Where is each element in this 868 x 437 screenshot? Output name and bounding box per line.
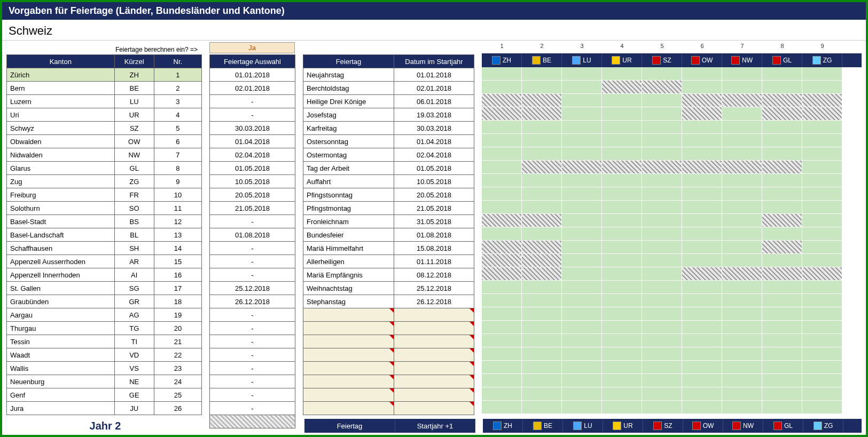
grid-cell-holiday[interactable] [642, 201, 682, 214]
auswahl-cell[interactable]: 01.01.2018 [210, 68, 295, 82]
grid-cell-holiday[interactable] [682, 307, 722, 321]
grid-cell-none[interactable] [762, 107, 802, 121]
grid-cell-holiday[interactable] [522, 374, 562, 387]
feiertag-row[interactable]: Ostermontag02.04.2018 [303, 148, 474, 162]
kanton-row[interactable]: UriUR4 [7, 108, 202, 122]
auswahl-cell[interactable]: - [210, 215, 295, 228]
grid-cell-none[interactable] [682, 267, 722, 281]
feiertag-row[interactable]: Pfingstmontag21.05.2018 [303, 202, 474, 215]
grid-cell-holiday[interactable] [522, 134, 562, 147]
grid-cell-holiday[interactable] [482, 361, 522, 374]
grid-cell-holiday[interactable] [762, 361, 802, 374]
grid-cell-holiday[interactable] [722, 107, 762, 121]
grid-cell-holiday[interactable] [682, 174, 722, 187]
grid-cell-holiday[interactable] [482, 281, 522, 294]
grid-cell-holiday[interactable] [802, 401, 842, 414]
grid-cell-holiday[interactable] [722, 241, 762, 254]
auswahl-cell[interactable]: - [210, 308, 295, 322]
grid-cell-holiday[interactable] [802, 361, 842, 374]
grid-cell-holiday[interactable] [562, 227, 602, 241]
grid-cell-none[interactable] [722, 267, 762, 281]
feiertag-row[interactable]: Neujahrstag01.01.2018 [303, 68, 474, 82]
grid-kanton-header[interactable]: BE [523, 419, 563, 433]
grid-cell-holiday[interactable] [682, 281, 722, 294]
grid-cell-holiday[interactable] [682, 294, 722, 307]
grid-cell-holiday[interactable] [682, 67, 722, 81]
kanton-row[interactable]: NidwaldenNW7 [7, 148, 202, 162]
grid-cell-holiday[interactable] [482, 374, 522, 387]
grid-cell-holiday[interactable] [482, 321, 522, 334]
grid-cell-none[interactable] [762, 94, 802, 107]
grid-cell-holiday[interactable] [602, 361, 642, 374]
grid-cell-holiday[interactable] [562, 201, 602, 214]
grid-cell-holiday[interactable] [722, 387, 762, 401]
grid-cell-holiday[interactable] [802, 161, 842, 174]
grid-cell-holiday[interactable] [642, 94, 682, 107]
grid-cell-holiday[interactable] [642, 401, 682, 414]
grid-cell-holiday[interactable] [562, 347, 602, 361]
grid-cell-holiday[interactable] [722, 121, 762, 134]
grid-cell-holiday[interactable] [682, 387, 722, 401]
kanton-row[interactable]: GlarusGL8 [7, 162, 202, 175]
grid-cell-holiday[interactable] [642, 107, 682, 121]
auswahl-cell[interactable]: 25.12.2018 [210, 282, 295, 295]
grid-cell-holiday[interactable] [722, 334, 762, 347]
grid-cell-holiday[interactable] [522, 81, 562, 94]
grid-cell-holiday[interactable] [722, 134, 762, 147]
grid-cell-holiday[interactable] [602, 347, 642, 361]
grid-cell-holiday[interactable] [482, 67, 522, 81]
grid-cell-holiday[interactable] [682, 81, 722, 94]
grid-cell-none[interactable] [482, 254, 522, 267]
grid-cell-holiday[interactable] [802, 334, 842, 347]
grid-cell-holiday[interactable] [602, 374, 642, 387]
grid-cell-holiday[interactable] [762, 227, 802, 241]
feiertag-row[interactable]: Josefstag19.03.2018 [303, 108, 474, 122]
grid-cell-holiday[interactable] [722, 281, 762, 294]
feiertag-blank[interactable] [394, 308, 474, 322]
grid-cell-holiday[interactable] [642, 267, 682, 281]
grid-kanton-header[interactable]: NW [722, 53, 762, 67]
grid-cell-holiday[interactable] [642, 387, 682, 401]
grid-cell-holiday[interactable] [602, 227, 642, 241]
kanton-row[interactable]: SchwyzSZ5 [7, 122, 202, 135]
grid-cell-holiday[interactable] [682, 347, 722, 361]
grid-cell-holiday[interactable] [642, 67, 682, 81]
auswahl-cell[interactable]: 01.04.2018 [210, 135, 295, 148]
grid-cell-holiday[interactable] [642, 374, 682, 387]
grid-cell-holiday[interactable] [482, 227, 522, 241]
feiertag-blank[interactable] [394, 335, 474, 348]
grid-cell-holiday[interactable] [762, 281, 802, 294]
grid-cell-holiday[interactable] [642, 227, 682, 241]
grid-cell-holiday[interactable] [602, 214, 642, 227]
grid-cell-holiday[interactable] [722, 147, 762, 161]
auswahl-cell[interactable]: 21.05.2018 [210, 202, 295, 215]
grid-cell-holiday[interactable] [802, 174, 842, 187]
grid-cell-holiday[interactable] [762, 334, 802, 347]
grid-cell-holiday[interactable] [642, 294, 682, 307]
grid-cell-holiday[interactable] [482, 201, 522, 214]
grid-cell-holiday[interactable] [642, 334, 682, 347]
grid-cell-holiday[interactable] [802, 201, 842, 214]
grid-cell-holiday[interactable] [522, 227, 562, 241]
grid-cell-holiday[interactable] [722, 227, 762, 241]
grid-cell-none[interactable] [602, 81, 642, 94]
grid-cell-holiday[interactable] [762, 347, 802, 361]
auswahl-cell[interactable]: - [210, 242, 295, 255]
grid-cell-holiday[interactable] [562, 387, 602, 401]
grid-kanton-header[interactable]: GL [762, 53, 802, 67]
grid-cell-holiday[interactable] [802, 187, 842, 201]
grid-cell-none[interactable] [682, 161, 722, 174]
grid-cell-holiday[interactable] [482, 174, 522, 187]
grid-kanton-header[interactable]: OW [682, 53, 722, 67]
grid-cell-none[interactable] [562, 161, 602, 174]
grid-cell-holiday[interactable] [802, 254, 842, 267]
grid-cell-holiday[interactable] [802, 347, 842, 361]
grid-cell-holiday[interactable] [562, 174, 602, 187]
grid-cell-holiday[interactable] [682, 187, 722, 201]
grid-cell-holiday[interactable] [642, 174, 682, 187]
grid-cell-holiday[interactable] [722, 294, 762, 307]
grid-cell-holiday[interactable] [722, 201, 762, 214]
grid-cell-holiday[interactable] [762, 374, 802, 387]
grid-kanton-header[interactable]: OW [683, 419, 723, 433]
grid-cell-none[interactable] [602, 161, 642, 174]
